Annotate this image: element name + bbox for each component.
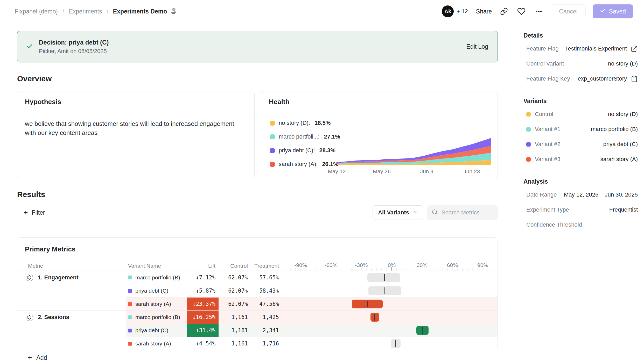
ci-chart-cell (282, 284, 498, 297)
search-metrics-box[interactable] (427, 205, 498, 220)
top-bar-actions: Ak + 12 Share Cancel (442, 4, 633, 18)
x-axis-tick (382, 165, 382, 168)
x-axis-label: Jun 9 (420, 168, 433, 175)
metric-name: 2. Sessions (38, 314, 69, 321)
ruler-tick (326, 268, 326, 271)
experiment-type-row: Experiment Type Frequentist (523, 202, 638, 217)
column-treatment: Treatment (250, 261, 282, 271)
table-row[interactable]: sarah story (A) ↑4.54% 1,161 1,716 (17, 337, 498, 350)
axis-tick-label: 30% (417, 262, 428, 268)
copy-link-icon[interactable] (499, 6, 509, 17)
more-options-icon[interactable] (534, 6, 544, 17)
results-heading: Results (17, 190, 498, 199)
decision-title: Decision: priya debt (C) (39, 39, 109, 46)
hypothesis-body: we believe that showing customer stories… (17, 112, 251, 144)
ruler-tick (488, 268, 488, 271)
collaborator-count[interactable]: + 12 (457, 8, 468, 15)
details-sidebar: Details Feature Flag Testimonials Experi… (515, 23, 644, 362)
variants-dropdown[interactable]: All Variants (373, 205, 423, 220)
ruler-tick (402, 268, 402, 271)
legend-item: no story (D): 18.5% (270, 120, 340, 126)
microscope-icon (170, 7, 177, 16)
control-variant-row: Control Variant no story (D) (523, 56, 638, 71)
ruler-tick (417, 268, 417, 271)
add-metric-button[interactable]: + Add (28, 354, 498, 361)
metric-target-icon (25, 313, 33, 321)
confidence-interval-bar (367, 273, 400, 282)
favorite-heart-icon[interactable] (516, 6, 527, 17)
primary-metrics-card: Primary Metrics Metric Variant Name Lift… (17, 237, 498, 350)
variants-section: Variants Control no story (D) Variant #1… (523, 97, 638, 167)
variant-cell: marco portfolio (B) (126, 311, 187, 324)
variant-color-chip (128, 289, 132, 293)
column-variant: Variant Name (126, 261, 187, 271)
lift-cell: ↓23.37% (187, 298, 219, 310)
share-button[interactable]: Share (476, 8, 492, 15)
variant-cell: priya debt (C) (126, 284, 187, 297)
variant-color-chip (128, 342, 132, 346)
table-row[interactable]: priya debt (C) ↑31.4% 1,161 2,341 (17, 324, 498, 337)
ruler-tick (463, 268, 463, 271)
ruler-tick (321, 268, 321, 271)
legend-color-chip (270, 134, 275, 139)
cancel-button[interactable]: Cancel (551, 4, 586, 18)
add-filter-button[interactable]: + Filter (24, 209, 45, 216)
breadcrumb-project[interactable]: Fixpanel {demo} (15, 8, 58, 15)
variant-color-chip (128, 276, 132, 279)
lift-cell: ↑31.4% (187, 324, 219, 337)
metric-target-icon (25, 273, 33, 281)
decision-check-icon (26, 43, 33, 51)
hypothesis-title: Hypothesis (17, 91, 254, 112)
edit-log-button[interactable]: Edit Log (466, 43, 488, 50)
results-toolbar: + Filter All Variants (17, 205, 498, 225)
chevron-down-icon (412, 209, 418, 216)
table-row[interactable]: sarah story (A) ↓23.37% 62.07% 47.56% (17, 297, 498, 310)
clipboard-copy-icon[interactable] (631, 75, 638, 82)
breadcrumb-separator: / (107, 8, 108, 15)
search-metrics-input[interactable] (442, 209, 493, 216)
control-cell: 1,161 (219, 311, 250, 324)
ruler-tick (457, 268, 458, 271)
ci-midpoint-tick (422, 327, 423, 334)
feature-flag-key-row: Feature Flag Key exp_customerStory (523, 71, 638, 86)
table-row[interactable]: priya debt (C) ↓5.87% 62.07% 58.43% (17, 284, 498, 297)
legend-color-chip (270, 162, 275, 167)
health-title: Health (261, 91, 498, 112)
ci-midpoint-tick (384, 274, 385, 281)
ruler-tick (483, 268, 483, 271)
saved-button[interactable]: Saved (593, 4, 633, 18)
details-section: Details Feature Flag Testimonials Experi… (523, 32, 638, 86)
table-row[interactable]: 1. Engagement marco portfolio (B) ↓7.12%… (17, 271, 498, 284)
variant-color-chip (526, 112, 531, 117)
search-icon (432, 209, 438, 216)
variant-color-chip (526, 157, 531, 162)
variants-heading: Variants (523, 97, 638, 105)
treatment-cell: 1,425 (250, 311, 282, 324)
variant-color-chip (526, 127, 531, 132)
ruler-tick (493, 268, 493, 271)
ruler-tick (341, 268, 341, 271)
avatar[interactable]: Ak (442, 5, 454, 17)
ruler-tick (371, 268, 372, 271)
x-axis-label: Jun 23 (464, 168, 480, 175)
health-legend: no story (D): 18.5% marco portfoli...: 2… (270, 120, 340, 168)
variant-row: Variant #3 sarah story (A) (523, 152, 638, 167)
table-row[interactable]: 2. Sessions marco portfolio (B) ↓16.25% … (17, 310, 498, 324)
breadcrumb-experiments[interactable]: Experiments (69, 8, 102, 15)
legend-item: priya debt (C): 28.3% (270, 147, 340, 154)
ruler-tick (306, 268, 306, 271)
breadcrumb-separator: / (62, 8, 64, 15)
treatment-cell: 58.43% (250, 284, 282, 297)
variant-row: Variant #2 priya debt (C) (523, 137, 638, 152)
variant-color-chip (128, 329, 132, 332)
axis-tick-label: 90% (477, 262, 488, 268)
axis-tick-label: -30% (355, 262, 368, 268)
ruler-tick (422, 268, 422, 271)
ruler-tick (316, 268, 316, 271)
external-link-icon[interactable] (631, 45, 638, 52)
treatment-cell: 1,716 (250, 337, 282, 350)
ruler-tick (376, 268, 377, 271)
ruler-tick (356, 268, 356, 271)
variant-row: Variant #1 marco portfolio (B) (523, 122, 638, 137)
ruler-tick (447, 268, 447, 271)
